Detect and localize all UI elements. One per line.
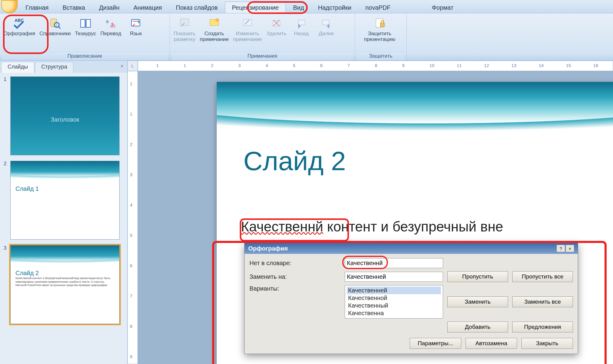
suggestion-item[interactable]: Качественный bbox=[347, 302, 441, 309]
tab-view[interactable]: Вид bbox=[286, 2, 311, 13]
thumb-number: 2 bbox=[4, 161, 6, 167]
delete-icon bbox=[269, 16, 284, 30]
lock-icon bbox=[372, 16, 387, 30]
markup-icon bbox=[177, 16, 192, 30]
thumb-number: 1 bbox=[4, 76, 6, 83]
horizontal-ruler[interactable]: 11234567891011121314151617 bbox=[138, 61, 613, 71]
svg-rect-13 bbox=[323, 20, 329, 25]
autocorrect-button[interactable]: Автозамена bbox=[466, 338, 517, 349]
suggestion-item[interactable]: Качественна bbox=[347, 309, 441, 317]
suggestion-item[interactable]: Качественной bbox=[347, 294, 441, 302]
abc-check-icon: ABC bbox=[12, 16, 27, 30]
thumbnails[interactable]: 1 Заголовок 2 Слайд 1 3 Слайд 2 Качестве… bbox=[0, 73, 127, 364]
tab-design[interactable]: Дизайн bbox=[92, 2, 126, 13]
change-to-field[interactable] bbox=[345, 272, 443, 282]
tab-novapdf[interactable]: novaPDF bbox=[359, 2, 397, 13]
dialog-help-icon[interactable]: ? bbox=[557, 245, 565, 252]
group-comments-label: Примечания bbox=[172, 52, 353, 60]
spelling-dialog: Орфография ? × Нет в словаре: Заменить н… bbox=[244, 243, 578, 354]
dialog-title: Орфография bbox=[248, 245, 288, 252]
dialog-titlebar[interactable]: Орфография ? × bbox=[245, 243, 578, 254]
research-icon bbox=[48, 16, 62, 30]
tab-review[interactable]: Рецензирование bbox=[225, 2, 286, 13]
pane-close-icon[interactable]: × bbox=[118, 62, 126, 73]
edit-comment-button[interactable]: Изменить примечание bbox=[231, 15, 264, 43]
next-comment-button[interactable]: Далее bbox=[314, 15, 338, 43]
prev-label: Назад bbox=[294, 31, 309, 37]
ruler-corner[interactable]: L bbox=[127, 61, 138, 71]
spelling-label: Орфография bbox=[4, 31, 35, 37]
language-button[interactable]: Язык bbox=[124, 15, 148, 37]
change-all-button[interactable]: Заменить все bbox=[512, 296, 573, 307]
new-comment-icon bbox=[207, 16, 222, 30]
show-markup-button[interactable]: Показать разметку bbox=[172, 15, 197, 43]
close-button[interactable]: Закрыть bbox=[521, 338, 573, 349]
misspelled-word[interactable]: Качественнй bbox=[241, 219, 323, 234]
thesaurus-button[interactable]: Тезаурус bbox=[73, 15, 98, 37]
slide-thumbnail[interactable]: Слайд 2 Качественнй контент и безупречны… bbox=[10, 245, 120, 324]
group-protect-label: Защитить bbox=[357, 52, 405, 60]
translate-icon: aあ bbox=[103, 16, 118, 30]
delete-comment-button[interactable]: Удалить bbox=[264, 15, 289, 43]
ignore-all-button[interactable]: Пропустить все bbox=[512, 271, 573, 282]
vertical-ruler[interactable]: 1123456789 bbox=[127, 71, 138, 364]
show-markup-label: Показать разметку bbox=[174, 31, 195, 42]
edit-comment-label: Изменить примечание bbox=[233, 31, 262, 42]
options-button[interactable]: Параметры... bbox=[410, 338, 461, 349]
prev-comment-button[interactable]: Назад bbox=[289, 15, 313, 43]
tab-home[interactable]: Главная bbox=[19, 2, 55, 13]
tab-addins[interactable]: Надстройки bbox=[311, 2, 358, 13]
next-label: Далее bbox=[319, 31, 334, 37]
slide-body-text[interactable]: Качественнй контент и безупречный вне bbox=[241, 218, 613, 235]
research-button[interactable]: Справочники bbox=[38, 15, 73, 37]
protect-button[interactable]: Защитить презентацию bbox=[357, 15, 402, 43]
slide-thumbnail[interactable]: Заголовок bbox=[10, 76, 120, 155]
delete-label: Удалить bbox=[267, 31, 286, 37]
tab-insert[interactable]: Вставка bbox=[56, 2, 92, 13]
change-button[interactable]: Заменить bbox=[447, 296, 508, 307]
thumb-title: Заголовок bbox=[11, 98, 119, 126]
translate-button[interactable]: aあ Перевод bbox=[99, 15, 123, 37]
tab-animation[interactable]: Анимация bbox=[127, 2, 169, 13]
not-in-dict-label: Нет в словаре: bbox=[249, 260, 340, 267]
thesaurus-label: Тезаурус bbox=[75, 31, 96, 37]
suggest-button[interactable]: Предложения bbox=[512, 322, 573, 332]
ribbon: ABC Орфография Справочники Тезаурус aあ bbox=[0, 13, 613, 61]
pane-tabs: Слайды Структура × bbox=[0, 61, 127, 73]
language-icon bbox=[128, 16, 143, 30]
ribbon-group-proofing: ABC Орфография Справочники Тезаурус aあ bbox=[0, 13, 170, 60]
dialog-close-icon[interactable]: × bbox=[566, 245, 574, 252]
tab-slideshow[interactable]: Показ слайдов bbox=[169, 2, 225, 13]
new-comment-label: Создать примечание bbox=[200, 31, 229, 42]
ignore-button[interactable]: Пропустить bbox=[447, 271, 508, 282]
suggestions-listbox[interactable]: КачественнейКачественнойКачественныйКаче… bbox=[345, 285, 443, 318]
slide-theme-header bbox=[217, 82, 613, 133]
pane-tab-outline[interactable]: Структура bbox=[35, 62, 73, 73]
edit-comment-icon bbox=[240, 16, 255, 30]
add-button[interactable]: Добавить bbox=[447, 322, 508, 332]
spelling-button[interactable]: ABC Орфография bbox=[2, 15, 37, 37]
book-icon bbox=[78, 16, 93, 30]
svg-rect-15 bbox=[380, 23, 384, 27]
pane-tab-slides[interactable]: Слайды bbox=[1, 62, 34, 73]
next-icon bbox=[319, 16, 334, 30]
svg-text:a: a bbox=[106, 19, 109, 24]
svg-point-9 bbox=[215, 18, 219, 22]
ribbon-tabbar: Главная Вставка Дизайн Анимация Показ сл… bbox=[0, 0, 613, 13]
translate-label: Перевод bbox=[100, 31, 121, 37]
svg-text:あ: あ bbox=[110, 22, 116, 28]
svg-rect-12 bbox=[298, 20, 305, 25]
slide-body-rest: контент и безупречный вне bbox=[323, 219, 503, 234]
group-proofing-label: Правописание bbox=[2, 52, 168, 60]
language-label: Язык bbox=[130, 31, 142, 37]
ribbon-group-comments: Показать разметку Создать примечание Изм… bbox=[170, 13, 355, 60]
options-label: Варианты: bbox=[249, 285, 340, 292]
slides-pane: Слайды Структура × 1 Заголовок 2 Слайд 1… bbox=[0, 61, 127, 364]
tab-format[interactable]: Формат bbox=[425, 2, 460, 13]
slide-thumbnail[interactable]: Слайд 1 bbox=[10, 161, 120, 240]
new-comment-button[interactable]: Создать примечание bbox=[198, 15, 230, 43]
suggestion-item[interactable]: Качественней bbox=[347, 287, 441, 294]
not-in-dict-field[interactable] bbox=[345, 258, 443, 268]
slide-title[interactable]: Слайд 2 bbox=[243, 146, 346, 177]
svg-line-3 bbox=[58, 26, 60, 29]
